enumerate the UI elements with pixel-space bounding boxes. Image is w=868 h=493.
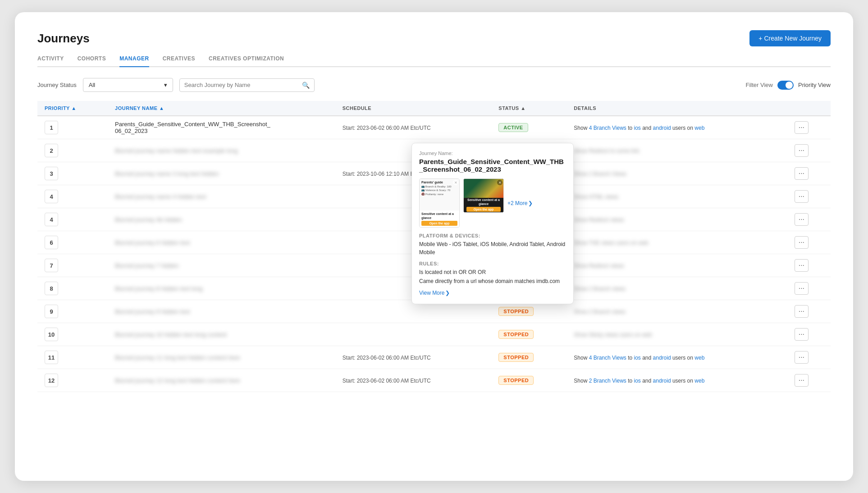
cell-priority: 10 (37, 323, 108, 346)
web-link[interactable]: web (694, 125, 704, 131)
tab-cohorts[interactable]: COHORTS (78, 55, 106, 67)
row-more-button[interactable]: ··· (795, 190, 809, 203)
row-more-button[interactable]: ··· (795, 374, 809, 387)
close-icon-dark[interactable]: ✕ (497, 180, 503, 185)
cell-status: ACTIVE (491, 116, 566, 139)
cell-journey-name: Blurred journey 4b hidden (108, 208, 335, 231)
cell-priority: 3 (37, 162, 108, 185)
android-link[interactable]: android (653, 355, 671, 361)
sort-icon: ▲ (71, 105, 76, 111)
cell-schedule: Start: 2023-06-02 06:00 AM Etc/UTC (335, 116, 492, 139)
open-app-button-dark[interactable]: Open the app (466, 207, 501, 212)
col-details: DETAILS (566, 101, 787, 116)
row-more-button[interactable]: ··· (795, 213, 809, 226)
cell-priority: 2 (37, 139, 108, 162)
rule2-value: Came directly from a url whose domain ma… (419, 277, 566, 285)
ios-link[interactable]: ios (634, 125, 641, 131)
cell-actions: ··· (787, 346, 831, 369)
cell-status: STOPPED (491, 323, 566, 346)
cell-actions: ··· (787, 116, 831, 139)
cell-details: Show Sticky views users on web (566, 323, 787, 346)
table-row: 1 Parents_Guide_Sensitive_Content_WW_THB… (37, 116, 831, 139)
cell-priority: 12 (37, 369, 108, 392)
ios-link[interactable]: ios (634, 355, 641, 361)
tab-activity[interactable]: ACTIVITY (37, 55, 64, 67)
row-more-button[interactable]: ··· (795, 167, 809, 180)
cell-journey-name: Blurred journey 8 hidden text long (108, 277, 335, 300)
journey-status-label: Journey Status (37, 82, 77, 88)
row-more-button[interactable]: ··· (795, 236, 809, 249)
cell-actions: ··· (787, 254, 831, 277)
platform-label: Platform & Devices: (419, 233, 566, 238)
cell-actions: ··· (787, 185, 831, 208)
cell-journey-name: Blurred journey 6 hidden text (108, 231, 335, 254)
search-input[interactable] (184, 82, 299, 88)
ios-link[interactable]: ios (634, 378, 641, 384)
row-more-button[interactable]: ··· (795, 328, 809, 341)
row-more-button[interactable]: ··· (795, 351, 809, 364)
cell-details: Show 2 Branch Views to ios and android u… (566, 369, 787, 392)
priority-view-label: Priority View (798, 82, 831, 88)
cell-journey-name: Blurred journey 9 hidden text (108, 300, 335, 323)
col-status[interactable]: STATUS ▲ (491, 101, 566, 116)
cell-details: Show HTML views (566, 185, 787, 208)
cell-priority: 4 (37, 185, 108, 208)
tooltip-name-label: Journey Name: (419, 151, 566, 156)
cell-priority: 8 (37, 277, 108, 300)
tab-manager[interactable]: MANAGER (119, 55, 149, 67)
cell-priority: 1 (37, 116, 108, 139)
preview-card-img-light: Parents' guide 📺 Branch & Reality: 100 📺… (420, 179, 459, 210)
rule1-value: Is located not in OR OR OR (419, 268, 566, 276)
cell-priority: 11 (37, 346, 108, 369)
sort-icon: ▲ (159, 105, 164, 111)
cell-details: Show Redirect views (566, 208, 787, 231)
priority-view-toggle[interactable] (777, 81, 794, 90)
cell-priority: 4 (37, 208, 108, 231)
cell-priority: 7 (37, 254, 108, 277)
cell-journey-name: Blurred journey name hidden text example… (108, 139, 335, 162)
branch-views-link[interactable]: 4 Branch Views (589, 125, 626, 131)
col-journey-name[interactable]: JOURNEY NAME ▲ (108, 101, 335, 116)
row-more-button[interactable]: ··· (795, 144, 809, 157)
cell-priority: 6 (37, 231, 108, 254)
row-more-button[interactable]: ··· (795, 121, 809, 134)
branch-views-link[interactable]: 4 Branch Views (589, 355, 626, 361)
android-link[interactable]: android (653, 378, 671, 384)
row-more-button[interactable]: ··· (795, 305, 809, 318)
web-link[interactable]: web (694, 355, 704, 361)
cell-journey-name: Blurred journey 10 hidden text long cont… (108, 323, 335, 346)
more-previews-link[interactable]: +2 More ❯ (507, 200, 533, 206)
cell-actions: ··· (787, 323, 831, 346)
tab-creatives-optimization[interactable]: CREATIVES OPTIMIZATION (209, 55, 284, 67)
tab-nav: ACTIVITY COHORTS MANAGER CREATIVES CREAT… (37, 55, 831, 67)
row-more-button[interactable]: ··· (795, 282, 809, 295)
cell-schedule (335, 323, 492, 346)
preview-card-dark: ✕ Sensitive content at a glance Open the… (463, 178, 504, 213)
status-filter-select[interactable]: All ▾ (83, 78, 173, 92)
android-link[interactable]: android (653, 125, 671, 131)
colorful-top-img: ✕ (464, 179, 503, 198)
branch-views-link[interactable]: 2 Branch Views (589, 378, 626, 384)
cell-details: Show 2 Branch views (566, 277, 787, 300)
web-link[interactable]: web (694, 378, 704, 384)
filters-left: Journey Status All ▾ 🔍 (37, 78, 315, 92)
create-new-journey-button[interactable]: + Create New Journey (749, 30, 831, 46)
cell-journey-name: Parents_Guide_Sensitive_Content_WW_THB_S… (108, 116, 335, 139)
cell-actions: ··· (787, 139, 831, 162)
open-app-button-light[interactable]: Open the app (421, 221, 457, 226)
cell-journey-name: Blurred journey name 4 hidden text (108, 185, 335, 208)
filter-view-label: Filter View (746, 82, 773, 88)
tab-creatives[interactable]: CREATIVES (163, 55, 195, 67)
row-more-button[interactable]: ··· (795, 259, 809, 272)
search-icon: 🔍 (302, 82, 310, 89)
filters-right: Filter View Priority View (746, 81, 831, 90)
app-container: Journeys + Create New Journey ACTIVITY C… (15, 12, 853, 481)
cell-status: STOPPED (491, 369, 566, 392)
close-icon[interactable]: ✕ (453, 180, 458, 185)
view-more-link[interactable]: View More ❯ (419, 290, 450, 296)
page-header: Journeys + Create New Journey (37, 30, 831, 46)
cell-schedule: Start: 2023-06-02 06:00 AM Etc/UTC (335, 346, 492, 369)
col-priority[interactable]: PRIORITY ▲ (37, 101, 108, 116)
cell-details: Show 2 Branch Views (566, 162, 787, 185)
table-row: 12 Blurred journey 12 long text hidden c… (37, 369, 831, 392)
